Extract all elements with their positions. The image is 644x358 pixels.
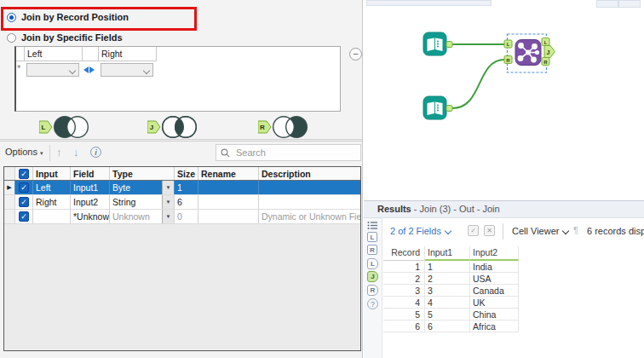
cell-input2[interactable]: Africa — [470, 320, 519, 332]
cell-input[interactable]: Left — [33, 181, 71, 194]
checkbox-checked-icon[interactable]: ✓ — [19, 169, 29, 179]
dropdown-button[interactable]: ▼ — [162, 195, 174, 209]
cell-input1[interactable]: 5 — [425, 309, 470, 320]
col-header-record[interactable]: Record — [383, 246, 425, 261]
row-checkbox[interactable]: ✓ — [15, 195, 33, 209]
col-header-type[interactable]: Type — [110, 167, 175, 180]
results-row[interactable]: 6 6 Africa — [383, 320, 519, 332]
collapse-panel-button[interactable]: − — [349, 48, 362, 61]
input-left-tab[interactable]: L — [367, 232, 377, 242]
results-row[interactable]: 3 3 Canada — [383, 285, 519, 297]
cell-type-dropdown[interactable]: Byte ▼ — [110, 181, 175, 194]
fields-left-header: Left — [25, 47, 83, 61]
cell-rename[interactable] — [198, 195, 259, 209]
results-row[interactable]: 5 5 China — [383, 309, 519, 320]
cell-description[interactable]: Dynamic or Unknown Fields — [259, 210, 360, 223]
row-selector[interactable] — [4, 210, 15, 223]
grid-header-row: ✓ Input Field Type Size Rename Descripti… — [4, 167, 360, 181]
help-icon[interactable]: ? — [367, 298, 378, 309]
checkbox-checked-icon[interactable]: ✓ — [19, 211, 29, 222]
col-header-field[interactable]: Field — [71, 167, 110, 180]
checkbox-checked-icon[interactable]: ✓ — [19, 197, 29, 207]
move-up-button[interactable]: ↑ — [56, 146, 62, 159]
whitespace-toggle-icon[interactable]: ¶ — [573, 225, 578, 235]
cell-input[interactable]: Right — [33, 195, 71, 209]
cell-input2[interactable]: Canada — [470, 285, 519, 297]
options-menu-button[interactable]: Options▾ — [5, 147, 43, 157]
output-anchor[interactable] — [446, 106, 452, 112]
grid-row-left[interactable]: ▶ ✓ Left Input1 Byte ▼ 1 — [4, 181, 360, 195]
fields-filter-dropdown[interactable]: 2 of 2 Fields — [390, 226, 451, 236]
cell-description[interactable] — [259, 181, 360, 194]
results-row[interactable]: 2 2 USA — [383, 273, 519, 285]
input-right-tab[interactable]: R — [367, 245, 377, 255]
join-configuration-panel: Join by Record Position Join by Specific… — [0, 0, 363, 358]
right-field-select[interactable] — [101, 63, 153, 77]
col-header-input1[interactable]: Input1 — [425, 246, 470, 261]
row-checkbox[interactable]: ✓ — [15, 210, 33, 223]
col-header-description[interactable]: Description — [259, 167, 360, 180]
join-tool[interactable]: L R L J R — [504, 34, 555, 72]
grid-row-right[interactable]: ✓ Right Input2 String ▼ 6 — [4, 195, 360, 210]
cell-rename[interactable] — [198, 181, 259, 194]
cell-type-dropdown[interactable]: String ▼ — [110, 195, 175, 209]
cell-size[interactable]: 1 — [175, 181, 198, 194]
cell-input1[interactable]: 4 — [425, 297, 470, 309]
cell-input2[interactable]: China — [470, 309, 519, 320]
checkbox-checked-icon[interactable]: ✓ — [19, 182, 29, 193]
search-box[interactable] — [216, 144, 361, 161]
text-input-tool-2[interactable] — [423, 96, 452, 119]
radio-join-by-specific-fields[interactable]: Join by Specific Fields — [7, 32, 123, 43]
col-header-input2[interactable]: Input2 — [470, 246, 519, 261]
workflow-canvas[interactable]: L R L J R — [364, 0, 644, 200]
dropdown-button[interactable]: ▼ — [162, 210, 174, 223]
row-selector-header — [4, 167, 15, 180]
results-title: Results — [377, 204, 411, 214]
output-left-tab[interactable]: L — [367, 258, 378, 269]
radio-unselected-icon[interactable] — [7, 33, 16, 43]
cell-size[interactable]: 0 — [175, 210, 198, 223]
cell-input1[interactable]: 1 — [425, 261, 470, 273]
row-selector[interactable] — [4, 195, 15, 209]
metadata-list-icon[interactable] — [367, 221, 378, 229]
cell-field[interactable]: Input1 — [71, 181, 110, 194]
search-input[interactable] — [234, 147, 348, 159]
results-row[interactable]: 1 1 India — [383, 261, 519, 273]
cell-input2[interactable]: USA — [470, 273, 519, 285]
cell-input2[interactable]: India — [470, 261, 519, 273]
deselect-fields-icon[interactable]: ✕ — [484, 225, 495, 236]
cell-input1[interactable]: 6 — [425, 320, 470, 332]
left-field-select[interactable] — [26, 63, 79, 77]
grid-row-unknown[interactable]: ✓ *Unknown Unknown ▼ 0 Dynamic or Unknow… — [4, 210, 360, 224]
select-fields-icon[interactable]: ✓ — [468, 225, 479, 236]
move-down-button[interactable]: ↓ — [73, 146, 79, 159]
dropdown-button[interactable]: ▼ — [162, 181, 174, 194]
output-anchor[interactable] — [446, 42, 452, 48]
cell-field[interactable]: Input2 — [71, 195, 110, 209]
radio-label[interactable]: Join by Record Position — [21, 12, 129, 22]
col-header-input[interactable]: Input — [33, 167, 71, 180]
connection-input2-to-join[interactable] — [452, 60, 504, 108]
select-all-checkbox[interactable]: ✓ — [15, 167, 33, 180]
output-right-tab[interactable]: R — [367, 285, 378, 296]
cell-rename[interactable] — [198, 210, 259, 223]
cell-input[interactable] — [33, 210, 71, 223]
radio-join-by-record-position[interactable]: Join by Record Position — [7, 11, 129, 23]
cell-input1[interactable]: 3 — [425, 285, 470, 297]
cell-input2[interactable]: UK — [470, 297, 519, 309]
cell-viewer-dropdown[interactable]: Cell Viewer — [512, 226, 568, 236]
results-row[interactable]: 4 4 UK — [383, 297, 519, 309]
col-header-size[interactable]: Size — [175, 167, 198, 180]
info-icon[interactable]: i — [90, 147, 101, 158]
text-input-tool-1[interactable] — [423, 32, 452, 55]
cell-input1[interactable]: 2 — [425, 273, 470, 285]
radio-selected-icon[interactable] — [7, 13, 16, 22]
cell-size[interactable]: 6 — [175, 195, 198, 209]
cell-description[interactable] — [259, 195, 360, 209]
cell-type-dropdown[interactable]: Unknown ▼ — [110, 210, 175, 223]
output-join-tab[interactable]: J — [367, 271, 378, 282]
radio-label[interactable]: Join by Specific Fields — [21, 32, 123, 43]
col-header-rename[interactable]: Rename — [198, 167, 259, 180]
row-checkbox[interactable]: ✓ — [15, 181, 33, 194]
cell-field[interactable]: *Unknown — [71, 210, 110, 223]
